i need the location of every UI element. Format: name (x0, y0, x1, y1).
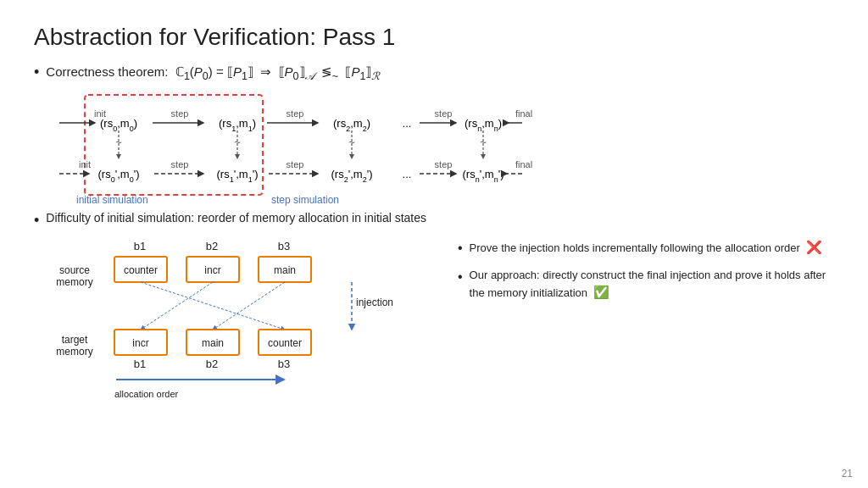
step-simulation-label: step simulation (271, 194, 339, 206)
right-bullet-1-text: Prove the injection holds incrementally … (470, 238, 822, 258)
node-rsnmnp: (rsn',mn') (463, 168, 504, 184)
label-step2-top: step (287, 108, 304, 119)
check-icon: ✅ (593, 285, 609, 299)
right-bullets: • Prove the injection holds incrementall… (458, 238, 834, 399)
dots-bottom: ... (403, 168, 412, 180)
svg-line-25 (213, 282, 285, 330)
svg-marker-7 (116, 154, 121, 159)
injection-label: injection (356, 297, 393, 308)
target-box-main: main (202, 337, 224, 349)
b1-top-label: b1 (134, 240, 146, 252)
right-bullet-2: • Our approach: directly construct the f… (458, 267, 834, 302)
node-rs1m1p: (rs1',m1') (217, 168, 259, 184)
sim-2: ~ (348, 136, 355, 148)
node-rs0m0p: (rs0',m0') (98, 168, 140, 184)
right-bullet-2-text: Our approach: directly construct the fin… (470, 267, 834, 302)
label-init-top: init (94, 108, 106, 119)
slide: Abstraction for Verification: Pass 1 • C… (0, 0, 868, 488)
target-box-incr: incr (132, 337, 148, 349)
alloc-order-text: allocation order (114, 389, 441, 399)
b3-top-label: b3 (278, 240, 290, 252)
label-final-top: final (515, 108, 532, 119)
b2-bottom-label: b2 (206, 358, 218, 370)
alloc-arrow-svg (114, 372, 292, 387)
node-rs2m2p: (rs2',m2') (331, 168, 373, 184)
b2-top-label: b2 (206, 240, 218, 252)
svg-marker-11 (349, 154, 354, 159)
label-step1-bottom: step (171, 159, 189, 169)
source-label-2: memory (56, 276, 92, 288)
svg-line-24 (141, 282, 213, 330)
initial-simulation-label: initial simulation (76, 194, 148, 206)
memory-svg: b1 b2 b3 source memory counter incr main… (34, 238, 441, 378)
bullet-dot: • (34, 64, 39, 81)
b1-bottom-label: b1 (134, 358, 146, 370)
label-final-bottom: final (515, 159, 532, 169)
svg-marker-9 (235, 154, 240, 159)
theorem-section: • Correctness theorem: ℂ1(P0) = ⟦P1⟧ ⇒ ⟦… (34, 63, 834, 85)
svg-marker-13 (481, 154, 486, 159)
label-step2-bottom: step (287, 159, 304, 169)
theorem-text: Correctness theorem: ℂ1(P0) = ⟦P1⟧ ⇒ ⟦P0… (46, 63, 380, 85)
difficulty-bullet: • (34, 212, 39, 230)
bottom-section: b1 b2 b3 source memory counter incr main… (34, 238, 834, 399)
target-label-1: target (62, 334, 88, 346)
slide-title: Abstraction for Verification: Pass 1 (34, 24, 834, 51)
right-bullet-2-dot: • (458, 267, 463, 287)
label-init-bottom: init (79, 159, 91, 169)
source-box-counter: counter (124, 264, 158, 276)
sim-n: ~ (480, 136, 487, 148)
svg-line-23 (141, 282, 285, 330)
page-number: 21 (842, 468, 853, 480)
sim-0: ~ (115, 136, 122, 148)
difficulty-text: Difficulty of initial simulation: reorde… (46, 211, 426, 225)
sim-1: ~ (234, 136, 241, 148)
diagram-svg: (rs0,m0) (rs1,m1) (rs2,m2) ... (rsn,mn) … (34, 93, 534, 203)
cross-icon: ❌ (806, 240, 822, 254)
source-box-incr: incr (204, 264, 220, 276)
target-box-counter: counter (268, 337, 302, 349)
difficulty-section: • Difficulty of initial simulation: reor… (34, 211, 834, 230)
right-bullet-1: • Prove the injection holds incrementall… (458, 238, 834, 258)
memory-diagram: b1 b2 b3 source memory counter incr main… (34, 238, 441, 399)
state-diagram: (rs0,m0) (rs1,m1) (rs2,m2) ... (rsn,mn) … (34, 93, 834, 208)
target-label-2: memory (56, 346, 92, 358)
right-bullet-1-dot: • (458, 238, 463, 258)
source-label-1: source (59, 264, 90, 276)
label-stepn-bottom: step (435, 159, 453, 169)
source-box-main: main (274, 264, 296, 276)
label-step1-top: step (171, 108, 189, 119)
label-stepn-top: step (435, 108, 453, 119)
dots-top: ... (403, 117, 412, 130)
b3-bottom-label: b3 (278, 358, 290, 370)
